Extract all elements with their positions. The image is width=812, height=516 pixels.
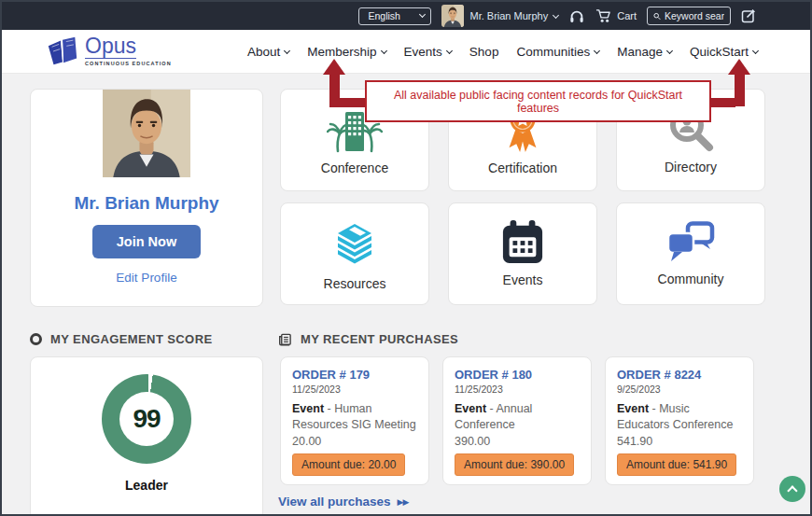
annotation-callout: All available public facing content reco… <box>365 80 711 122</box>
profile-name: Mr. Brian Murphy <box>31 193 262 214</box>
main-navbar: Opus CONTINUOUS EDUCATION About Membersh… <box>2 30 810 74</box>
receipt-icon <box>278 333 292 346</box>
compose-icon[interactable] <box>741 8 756 23</box>
order-id-link[interactable]: ORDER # 179 <box>292 368 417 382</box>
chevron-down-icon <box>284 47 290 53</box>
nav-item-membership[interactable]: Membership <box>307 45 385 59</box>
opus-book-icon <box>45 35 80 68</box>
community-chat-icon <box>665 221 717 264</box>
order-id-link[interactable]: ORDER # 180 <box>455 368 580 382</box>
engagement-donut-chart: 99 <box>102 374 191 464</box>
feature-card-community[interactable]: Community <box>616 202 765 305</box>
order-date: 9/25/2023 <box>617 384 742 395</box>
app-window: English Mr. Brian Murphy <box>0 0 812 516</box>
nav-item-events[interactable]: Events <box>404 45 452 59</box>
engagement-card: 99 Leader <box>30 356 263 516</box>
profile-card: Mr. Brian Murphy Join Now Edit Profile <box>30 89 263 307</box>
top-utility-bar: English Mr. Brian Murphy <box>2 2 810 30</box>
brand-logo[interactable]: Opus CONTINUOUS EDUCATION <box>45 35 172 68</box>
chevron-down-icon <box>553 11 559 18</box>
nav-item-about[interactable]: About <box>247 45 289 59</box>
user-avatar <box>441 5 464 27</box>
profile-avatar <box>103 164 190 180</box>
order-description: Event - Annual Conference <box>455 401 580 433</box>
annotation-arrow-right-shaft <box>735 74 745 106</box>
amount-due-badge: Amount due: 390.00 <box>455 453 574 476</box>
user-name: Mr. Brian Murphy <box>469 10 548 21</box>
engagement-section-header: MY ENGAGEMENT SCORE <box>30 332 213 346</box>
annotation-arrow-right-base <box>710 98 735 107</box>
keyword-search-box[interactable] <box>647 7 731 25</box>
feature-label: Directory <box>665 160 717 174</box>
resources-icon <box>329 222 380 269</box>
view-all-purchases-link[interactable]: View all purchases ▶▶ <box>278 495 408 509</box>
annotation-arrow-left-base <box>329 98 365 107</box>
search-icon <box>653 11 661 21</box>
chevron-down-icon <box>594 47 600 53</box>
nav-item-quickstart[interactable]: QuickStart <box>690 45 758 59</box>
engagement-score: 99 <box>119 392 174 446</box>
order-description: Event - Human Resources SIG Meeting <box>292 401 417 433</box>
feature-card-events[interactable]: Events <box>448 202 597 305</box>
main-content: Mr. Brian Murphy Join Now Edit Profile <box>2 74 810 514</box>
chevron-up-icon <box>787 485 797 495</box>
order-price: 20.00 <box>292 435 417 448</box>
edit-profile-link[interactable]: Edit Profile <box>31 271 262 285</box>
nav-item-communities[interactable]: Communities <box>516 45 599 59</box>
nav-item-shop[interactable]: Shop <box>469 45 499 59</box>
avatar-image <box>441 5 464 27</box>
annotation-arrow-right <box>728 59 750 75</box>
feature-label: Events <box>503 272 543 287</box>
order-price: 390.00 <box>455 435 580 448</box>
annotation-arrow-left <box>323 59 345 75</box>
amount-due-badge: Amount due: 541.90 <box>617 453 736 476</box>
feature-label: Certification <box>488 160 557 175</box>
user-menu[interactable]: Mr. Brian Murphy <box>441 5 558 27</box>
order-price: 541.90 <box>617 435 742 448</box>
order-date: 11/25/2023 <box>455 384 580 395</box>
feature-card-resources[interactable]: Resources <box>280 202 429 305</box>
cart-label: Cart <box>617 10 637 21</box>
chevron-down-icon <box>446 47 453 53</box>
order-id-link[interactable]: ORDER # 8224 <box>617 368 742 382</box>
engagement-ring-icon <box>30 333 42 345</box>
double-arrow-icon: ▶▶ <box>398 497 409 507</box>
search-input[interactable] <box>665 10 724 21</box>
feature-label: Community <box>658 272 724 286</box>
order-card: ORDER # 8224 9/25/2023 Event - Music Edu… <box>605 356 754 485</box>
brand-tagline: CONTINUOUS EDUCATION <box>85 61 172 66</box>
cart-icon <box>595 8 611 23</box>
feature-label: Resources <box>324 276 386 291</box>
annotation-text: All available public facing content reco… <box>378 89 698 115</box>
nav-item-manage[interactable]: Manage <box>617 45 672 59</box>
chevron-down-icon <box>666 47 673 53</box>
amount-due-badge: Amount due: 20.00 <box>292 453 405 476</box>
events-calendar-icon <box>501 220 544 265</box>
purchases-section-header: MY RECENT PURCHASES <box>278 332 458 346</box>
scroll-to-top-button[interactable] <box>779 476 805 502</box>
order-description: Event - Music Educators Conference <box>617 401 742 433</box>
chevron-down-icon <box>381 47 387 53</box>
join-now-button[interactable]: Join Now <box>92 225 201 258</box>
engagement-level: Leader <box>31 478 262 493</box>
language-select-wrap: English <box>358 7 431 25</box>
order-card: ORDER # 179 11/25/2023 Event - Human Res… <box>280 356 429 485</box>
brand-name: Opus <box>85 35 136 59</box>
avatar-image <box>103 164 190 177</box>
order-date: 11/25/2023 <box>292 384 417 395</box>
support-headset-icon[interactable] <box>568 8 585 24</box>
cart-button[interactable]: Cart <box>595 8 637 23</box>
purchases-title: MY RECENT PURCHASES <box>301 332 458 346</box>
chevron-down-icon <box>752 47 759 53</box>
engagement-title: MY ENGAGEMENT SCORE <box>50 332 213 346</box>
feature-label: Conference <box>321 160 388 175</box>
order-card: ORDER # 180 11/25/2023 Event - Annual Co… <box>442 356 592 485</box>
